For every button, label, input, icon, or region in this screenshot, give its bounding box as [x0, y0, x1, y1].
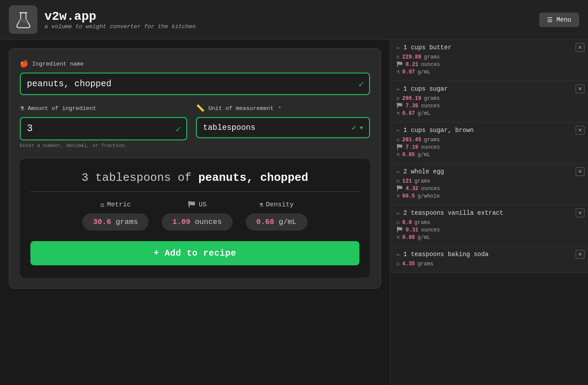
recipe-density-stat: ⚗ 60.5 g/whole: [396, 193, 582, 199]
remove-recipe-item-button[interactable]: ✕: [576, 209, 584, 217]
unit-label: 📏 Unit of measurement *: [196, 104, 370, 113]
app-title-block: v2w.app a volume to weight converter for…: [44, 10, 196, 30]
recipe-item: ✏ 1 teaspoons baking soda ✕ ⚖ 4.35 grams: [390, 246, 588, 273]
edit-icon: ✏: [396, 127, 400, 134]
grams-value: 206.19: [402, 95, 421, 102]
density-label: g/mL: [418, 152, 430, 158]
density-value: 0.68 g/mL: [246, 213, 307, 231]
edit-icon: ✏: [396, 251, 400, 258]
weight-icon: ⚖: [396, 219, 399, 226]
recipe-density-stat: ⚗ 0.85 g/mL: [396, 151, 582, 158]
grams-label: grams: [418, 261, 433, 267]
amount-icon: ⚗: [20, 104, 24, 113]
oz-value: 7.36: [406, 103, 418, 109]
density-value: 60.5: [402, 193, 415, 199]
recipe-item: ✏ 2 whole egg ✕ ⚖ 121 grams 🏁 4.32 ounce…: [390, 164, 588, 205]
recipe-item-title: 1 cups butter: [403, 44, 451, 51]
recipe-item-header: ✏ 2 whole egg: [396, 168, 582, 175]
result-divider: [30, 191, 359, 192]
flag-icon: 🏁: [396, 103, 403, 109]
recipe-item-title: 1 cups sugar: [403, 85, 448, 92]
recipe-grams-stat: ⚖ 201.45 grams: [396, 136, 582, 143]
grams-value: 4.35: [402, 261, 415, 267]
menu-label: Menu: [556, 16, 571, 23]
amount-label: ⚗ Amount of ingredient: [20, 104, 187, 113]
amount-hint: Enter a number, decimal, or fraction.: [20, 143, 187, 148]
recipe-grams-stat: ⚖ 229.89 grams: [396, 54, 582, 60]
oz-value: 4.32: [406, 186, 418, 192]
recipe-grams-stat: ⚖ 121 grams: [396, 178, 582, 184]
recipe-density-stat: ⚗ 0.87 g/mL: [396, 110, 582, 117]
weight-icon: ⚖: [396, 95, 399, 102]
recipe-grams-stat: ⚖ 8.8 grams: [396, 219, 582, 226]
weight-icon: ⚖: [396, 178, 399, 184]
recipe-grams-stat: ⚖ 206.19 grams: [396, 95, 582, 102]
remove-recipe-item-button[interactable]: ✕: [576, 250, 584, 259]
density-col: ⚗ Density 0.68 g/mL: [246, 201, 307, 231]
oz-value: 0.31: [406, 227, 418, 233]
density-value: 0.85: [402, 152, 415, 158]
ingredient-icon: 🍎: [20, 59, 29, 68]
metric-header: ⚖ Metric: [100, 201, 131, 209]
grams-value: 8.8: [402, 220, 412, 226]
oz-label: ounces: [421, 186, 440, 192]
result-headline: 3 tablespoons of peanuts, chopped: [30, 171, 359, 184]
add-to-recipe-button[interactable]: + Add to recipe: [30, 241, 359, 265]
flask-icon: ⚗: [396, 234, 399, 241]
unit-col: 📏 Unit of measurement * tablespoons teas…: [196, 104, 370, 148]
oz-value: 7.19: [406, 144, 418, 150]
hamburger-icon: ☰: [547, 16, 553, 23]
recipe-oz-stat: 🏁 0.31 ounces: [396, 227, 582, 233]
recipe-oz-stat: 🏁 7.36 ounces: [396, 103, 582, 109]
edit-icon: ✏: [396, 44, 400, 51]
unit-select[interactable]: tablespoons teaspoons cups fluid ounces …: [196, 117, 370, 138]
recipe-item: ✏ 1 cups butter ✕ ⚖ 229.89 grams 🏁 8.21 …: [390, 40, 588, 81]
recipe-item: ✏ 1 cups sugar, brown ✕ ⚖ 201.45 grams 🏁…: [390, 122, 588, 164]
grams-label: grams: [424, 137, 440, 143]
flask-icon: ⚗: [396, 110, 399, 117]
left-panel: 🍎 Ingredient name ✓ ⚗ Amount of ingredie…: [0, 40, 390, 385]
recipe-item-header: ✏ 1 teaspoons baking soda: [396, 251, 582, 258]
ingredient-input[interactable]: [20, 73, 370, 95]
weight-icon: ⚖: [396, 136, 399, 143]
app-subtitle: a volume to weight converter for the kit…: [44, 23, 196, 30]
recipe-item-title: 1 cups sugar, brown: [403, 127, 474, 134]
recipe-density-stat: ⚗ 0.88 g/mL: [396, 234, 582, 241]
recipe-item-header: ✏ 2 teaspoons vanilla extract: [396, 209, 582, 216]
us-col: 🏁 US 1.09 ounces: [162, 201, 232, 231]
recipe-oz-stat: 🏁 7.19 ounces: [396, 144, 582, 150]
app-name: v2w.app: [44, 10, 196, 23]
remove-recipe-item-button[interactable]: ✕: [576, 167, 584, 176]
recipe-list-panel: ✏ 1 cups butter ✕ ⚖ 229.89 grams 🏁 8.21 …: [390, 40, 588, 385]
edit-icon: ✏: [396, 85, 400, 92]
flag-icon: 🏁: [396, 61, 403, 68]
result-ingredient-name: peanuts, chopped: [198, 171, 308, 184]
remove-recipe-item-button[interactable]: ✕: [576, 84, 584, 93]
recipe-oz-stat: 🏁 8.21 ounces: [396, 61, 582, 68]
edit-icon: ✏: [396, 209, 400, 216]
oz-value: 8.21: [406, 62, 418, 68]
recipe-item-header: ✏ 1 cups butter: [396, 44, 582, 51]
menu-button[interactable]: ☰ Menu: [539, 12, 579, 27]
remove-recipe-item-button[interactable]: ✕: [576, 126, 584, 135]
remove-recipe-item-button[interactable]: ✕: [576, 43, 584, 52]
unit-icon: 📏: [196, 104, 205, 113]
flask-icon: ⚗: [396, 151, 399, 158]
us-header: 🏁 US: [188, 201, 207, 209]
ingredient-checkmark: ✓: [359, 78, 364, 89]
result-card: 3 tablespoons of peanuts, chopped ⚖ Metr…: [20, 159, 370, 278]
grams-value: 201.45: [402, 137, 421, 143]
density-value: 0.87: [402, 110, 415, 117]
oz-label: ounces: [421, 144, 440, 150]
oz-label: ounces: [421, 227, 440, 233]
density-label: g/whole: [418, 193, 440, 199]
metric-icon: ⚖: [100, 201, 104, 209]
us-value: 1.09 ounces: [162, 213, 232, 231]
us-icon: 🏁: [188, 201, 196, 209]
recipe-grams-stat: ⚖ 4.35 grams: [396, 260, 582, 267]
main-layout: 🍎 Ingredient name ✓ ⚗ Amount of ingredie…: [0, 40, 588, 385]
flag-icon: 🏁: [396, 144, 403, 150]
amount-input[interactable]: [20, 117, 187, 140]
unit-select-wrapper: tablespoons teaspoons cups fluid ounces …: [196, 117, 370, 138]
amount-checkmark: ✓: [176, 123, 181, 134]
